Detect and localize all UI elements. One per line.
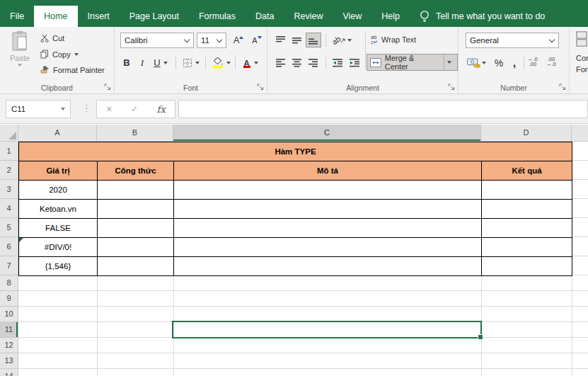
tab-insert[interactable]: Insert — [78, 6, 120, 27]
row-header-4[interactable]: 4 — [0, 199, 18, 218]
merge-center-dropdown[interactable] — [444, 55, 454, 70]
cell-d7[interactable] — [481, 256, 572, 276]
row-header-9[interactable]: 9 — [0, 291, 18, 307]
formula-bar-drag-handle[interactable]: ⋮ — [82, 103, 91, 113]
conditional-formatting-button[interactable]: Con Form — [570, 27, 588, 93]
decrease-decimal-button[interactable]: .00 →.0 — [546, 57, 556, 67]
bold-button[interactable]: B — [119, 55, 134, 70]
wrap-text-button[interactable]: ab c↵ Wrap Text — [371, 35, 416, 45]
cell-d5[interactable] — [481, 218, 572, 238]
row-header-5[interactable]: 5 — [0, 218, 18, 237]
clipboard-dialog-launcher[interactable] — [104, 84, 111, 91]
row-header-11[interactable]: 11 — [0, 322, 18, 338]
row-header-12[interactable]: 12 — [0, 338, 18, 353]
cell-c7[interactable] — [173, 256, 482, 276]
top-align-button[interactable] — [273, 33, 289, 47]
cell-b7[interactable] — [97, 256, 174, 276]
cell-b2-header[interactable]: Công thức — [97, 161, 174, 181]
cancel-button[interactable]: × — [106, 103, 112, 115]
tab-home[interactable]: Home — [34, 6, 77, 27]
comma-style-button[interactable]: , — [507, 55, 522, 70]
insert-function-button[interactable]: fx — [157, 104, 166, 115]
fill-handle[interactable] — [478, 334, 483, 340]
orientation-button[interactable]: ab — [330, 33, 354, 47]
fill-color-button[interactable] — [209, 55, 234, 70]
tab-data[interactable]: Data — [246, 6, 284, 27]
row-header-7[interactable]: 7 — [0, 256, 18, 275]
font-size-combo[interactable]: 11 — [197, 33, 226, 48]
cut-button[interactable]: Cut — [40, 34, 64, 42]
cell-a6[interactable]: #DIV/0! — [18, 237, 98, 257]
formula-input[interactable] — [178, 100, 588, 118]
paste-button[interactable]: Paste — [4, 30, 36, 81]
align-left-button[interactable] — [273, 55, 289, 70]
column-header-b[interactable]: B — [97, 125, 173, 142]
grow-font-button[interactable]: A — [231, 33, 246, 47]
format-painter-button[interactable]: Format Painter — [40, 65, 105, 74]
cell-c5[interactable] — [173, 218, 482, 238]
decrease-indent-button[interactable] — [330, 55, 345, 70]
name-box[interactable]: C11 — [6, 100, 71, 118]
row-header-8[interactable]: 8 — [0, 275, 18, 291]
column-header-c[interactable]: C — [173, 125, 481, 142]
cell-c2-header[interactable]: Mô tả — [173, 161, 482, 181]
cell-d6[interactable] — [481, 237, 572, 257]
select-all-button[interactable] — [0, 125, 18, 142]
increase-decimal-button[interactable]: ←.0 .00 — [528, 57, 538, 67]
cell-b6[interactable] — [97, 237, 174, 257]
cell-a7[interactable]: {1,546} — [18, 256, 98, 276]
cell-a4[interactable]: Ketoan.vn — [18, 199, 98, 219]
borders-button[interactable] — [180, 55, 202, 70]
tab-formulas[interactable]: Formulas — [189, 6, 246, 27]
row-header-13[interactable]: 13 — [0, 353, 18, 369]
underline-button[interactable]: U — [150, 55, 171, 70]
cell-b3[interactable] — [97, 180, 174, 200]
column-header-d[interactable]: D — [481, 125, 572, 142]
column-header-a[interactable]: A — [18, 125, 97, 142]
cell-c4[interactable] — [173, 199, 482, 219]
row-header-3[interactable]: 3 — [0, 180, 18, 199]
row-header-2[interactable]: 2 — [0, 161, 18, 180]
row-header-14[interactable]: 14 — [0, 369, 18, 376]
bottom-align-button[interactable] — [306, 33, 321, 47]
alignment-dialog-launcher[interactable] — [448, 84, 455, 91]
column-header-e-partial[interactable] — [572, 125, 588, 142]
cell-a2-header[interactable]: Giá trị — [18, 161, 98, 181]
cell-a1-merged-title[interactable]: Hàm TYPE — [18, 142, 572, 161]
grid-cells-area[interactable] — [572, 142, 588, 275]
cell-b5[interactable] — [97, 218, 174, 238]
number-dialog-launcher[interactable] — [559, 84, 566, 91]
font-color-button[interactable]: A — [238, 55, 262, 70]
tab-help[interactable]: Help — [371, 6, 410, 27]
cell-b4[interactable] — [97, 199, 174, 219]
tab-view[interactable]: View — [333, 6, 371, 27]
align-right-button[interactable] — [306, 55, 321, 70]
number-format-combo[interactable]: General — [466, 33, 559, 48]
accounting-format-button[interactable] — [464, 55, 488, 70]
align-center-button[interactable] — [289, 55, 305, 70]
shrink-font-button[interactable]: A — [249, 33, 265, 47]
cell-c6[interactable] — [173, 237, 482, 257]
middle-align-button[interactable] — [289, 33, 305, 47]
row-header-6[interactable]: 6 — [0, 237, 18, 256]
row-header-10[interactable]: 10 — [0, 307, 18, 322]
row-header-1[interactable]: 1 — [0, 142, 18, 161]
italic-button[interactable]: I — [134, 55, 150, 70]
merge-center-button[interactable]: Merge & Center — [367, 54, 458, 71]
tell-me-search[interactable]: Tell me what you want to do — [420, 6, 545, 27]
tab-file[interactable]: File — [0, 6, 34, 27]
cell-d3[interactable] — [481, 180, 572, 200]
enter-button[interactable]: ✓ — [131, 104, 138, 114]
copy-button[interactable]: Copy — [40, 50, 79, 59]
increase-indent-button[interactable] — [347, 55, 362, 70]
tab-page-layout[interactable]: Page Layout — [120, 6, 189, 27]
cell-a3[interactable]: 2020 — [18, 180, 98, 200]
cell-c3[interactable] — [173, 180, 482, 200]
font-dialog-launcher[interactable] — [257, 84, 264, 91]
cell-d2-header[interactable]: Kết quả — [481, 161, 572, 181]
cell-a5[interactable]: FALSE — [18, 218, 98, 238]
font-family-combo[interactable]: Calibri — [120, 33, 194, 48]
tab-review[interactable]: Review — [284, 6, 333, 27]
cell-d4[interactable] — [481, 199, 572, 219]
percent-style-button[interactable]: % — [491, 55, 507, 70]
